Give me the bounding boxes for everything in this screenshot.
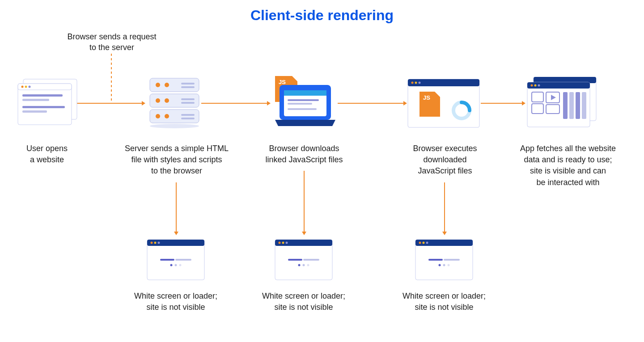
arrow-3-4	[338, 101, 407, 106]
arrow-1-2	[76, 101, 145, 106]
svg-point-97	[443, 264, 445, 266]
svg-rect-94	[428, 259, 443, 261]
svg-rect-33	[181, 118, 195, 119]
js-badge-2: JS	[423, 94, 430, 101]
svg-point-71	[151, 242, 153, 244]
svg-rect-16	[22, 99, 49, 101]
svg-rect-50	[527, 82, 590, 89]
svg-point-86	[298, 264, 301, 266]
svg-point-20	[156, 83, 160, 87]
svg-rect-15	[22, 94, 63, 97]
loader-2-label: White screen or loader;site is not visib…	[252, 291, 355, 313]
svg-point-14	[29, 86, 31, 88]
svg-rect-22	[181, 83, 195, 84]
svg-rect-95	[444, 259, 460, 261]
svg-point-72	[154, 242, 157, 244]
svg-point-73	[158, 242, 160, 244]
svg-point-96	[439, 264, 441, 266]
browser-window-icon	[13, 78, 85, 127]
svg-point-92	[423, 242, 425, 244]
svg-point-51	[531, 84, 533, 87]
loader-1-label: White screen or loader;site is not visib…	[124, 291, 227, 313]
js-badge: JS	[279, 79, 286, 85]
svg-point-83	[286, 242, 288, 244]
svg-rect-59	[563, 92, 568, 119]
svg-rect-28	[181, 102, 195, 104]
svg-point-30	[156, 114, 160, 118]
loader-3-label: White screen or loader;site is not visib…	[393, 291, 496, 313]
down-arrow-2	[301, 171, 307, 235]
svg-rect-41	[408, 79, 479, 127]
svg-rect-40	[288, 108, 317, 110]
dashed-connector	[110, 54, 113, 103]
svg-rect-85	[303, 259, 319, 261]
svg-point-25	[156, 98, 160, 103]
svg-point-13	[25, 86, 27, 88]
svg-rect-75	[175, 259, 191, 261]
stage-1-label: User opensa website	[0, 143, 98, 165]
svg-marker-8	[522, 101, 525, 106]
svg-rect-18	[22, 110, 47, 113]
down-arrow-3	[442, 182, 447, 235]
svg-point-45	[419, 82, 421, 84]
svg-point-52	[534, 84, 537, 87]
svg-point-93	[426, 242, 428, 244]
svg-point-43	[411, 82, 414, 84]
stage-3-label: Browser downloadslinked JavaScript files	[253, 143, 356, 165]
down-arrow-1	[174, 182, 179, 235]
svg-rect-61	[576, 92, 580, 119]
svg-rect-38	[288, 99, 319, 101]
loader-window-icon	[415, 239, 473, 279]
svg-marker-66	[302, 232, 306, 235]
svg-point-88	[307, 264, 309, 266]
svg-rect-60	[569, 92, 574, 119]
server-icon	[143, 76, 215, 125]
svg-rect-74	[160, 259, 174, 261]
svg-rect-62	[582, 92, 586, 119]
svg-point-53	[538, 84, 540, 87]
loader-window-icon	[275, 239, 333, 279]
loader-window-icon	[147, 239, 205, 279]
diagram-title: Client-side rendering	[0, 7, 644, 24]
svg-marker-64	[174, 232, 178, 235]
svg-point-76	[170, 264, 173, 266]
svg-point-82	[282, 242, 284, 244]
laptop-js-icon: JS	[268, 76, 340, 125]
svg-point-21	[165, 83, 169, 87]
svg-point-98	[448, 264, 450, 266]
svg-rect-17	[22, 106, 65, 108]
stage-4-label: Browser executesdownloadedJavaScript fil…	[394, 143, 496, 177]
arrow-4-5	[481, 101, 525, 106]
svg-rect-27	[181, 98, 195, 100]
svg-marker-6	[403, 101, 407, 106]
svg-point-77	[175, 264, 177, 266]
svg-point-78	[179, 264, 182, 266]
svg-point-91	[419, 242, 421, 244]
svg-point-31	[165, 114, 169, 118]
svg-rect-39	[288, 103, 312, 105]
svg-point-81	[279, 242, 281, 244]
svg-rect-84	[288, 259, 302, 261]
stage-2-label: Server sends a simple HTMLfile with styl…	[121, 143, 233, 177]
svg-point-44	[415, 82, 417, 84]
svg-point-34	[150, 124, 199, 128]
svg-marker-68	[442, 232, 447, 235]
request-annotation: Browser sends a requestto the server	[51, 31, 172, 53]
stage-5-label: App fetches all the websitedata and is r…	[510, 143, 626, 188]
svg-rect-23	[181, 86, 195, 88]
execute-js-icon: JS	[407, 78, 479, 127]
svg-rect-32	[181, 114, 195, 116]
svg-point-12	[21, 86, 24, 88]
svg-rect-37	[284, 90, 326, 96]
svg-point-26	[165, 98, 169, 103]
app-ready-icon	[525, 77, 597, 126]
svg-point-87	[303, 264, 305, 266]
